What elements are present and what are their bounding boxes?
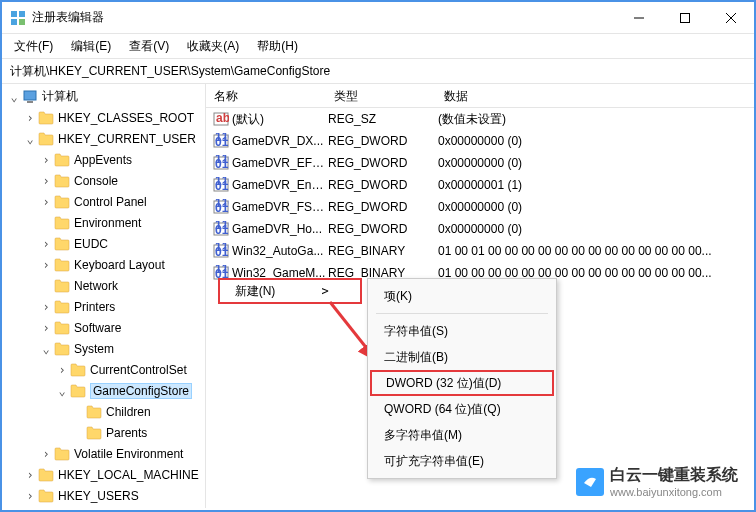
column-type[interactable]: 类型 (326, 84, 436, 107)
tree-item[interactable]: Parents (2, 422, 205, 443)
expand-icon[interactable]: › (38, 300, 54, 314)
folder-icon (38, 132, 54, 146)
expand-icon[interactable]: › (38, 195, 54, 209)
tree-label: HKEY_CLASSES_ROOT (58, 111, 194, 125)
expand-icon[interactable]: › (38, 447, 54, 461)
list-row[interactable]: GameDVR_Ena...REG_DWORD0x00000001 (1) (206, 174, 754, 196)
tree-item[interactable]: ⌄HKEY_CURRENT_USER (2, 128, 205, 149)
menu-help[interactable]: 帮助(H) (249, 36, 306, 57)
value-icon (212, 155, 230, 171)
expand-icon[interactable]: › (54, 363, 70, 377)
folder-icon (70, 384, 86, 398)
menu-view[interactable]: 查看(V) (121, 36, 177, 57)
expand-icon[interactable]: › (38, 321, 54, 335)
tree-item[interactable]: ›Printers (2, 296, 205, 317)
column-data[interactable]: 数据 (436, 84, 754, 107)
folder-icon (54, 153, 70, 167)
watermark-logo-icon (576, 468, 604, 496)
expand-icon[interactable]: › (22, 111, 38, 125)
tree-label: HKEY_USERS (58, 489, 139, 503)
expand-icon[interactable]: ⌄ (38, 342, 54, 356)
submenu-binary[interactable]: 二进制值(B) (368, 344, 556, 370)
value-name: Win32_AutoGa... (232, 244, 328, 258)
tree-item[interactable]: ›Keyboard Layout (2, 254, 205, 275)
submenu-key[interactable]: 项(K) (368, 283, 556, 309)
value-name: (默认) (232, 111, 328, 128)
value-name: GameDVR_FSE... (232, 200, 328, 214)
tree-item[interactable]: ›HKEY_LOCAL_MACHINE (2, 464, 205, 485)
folder-icon (54, 342, 70, 356)
tree-item[interactable]: ›Software (2, 317, 205, 338)
value-type: REG_DWORD (328, 200, 438, 214)
expand-icon[interactable]: › (22, 489, 38, 503)
tree-item[interactable]: ›Control Panel (2, 191, 205, 212)
submenu-string[interactable]: 字符串值(S) (368, 318, 556, 344)
watermark-title: 白云一键重装系统 (610, 465, 738, 486)
tree-item[interactable]: ›HKEY_USERS (2, 485, 205, 506)
menu-file[interactable]: 文件(F) (6, 36, 61, 57)
value-icon (212, 221, 230, 237)
submenu-dword32[interactable]: DWORD (32 位)值(D) (370, 370, 554, 396)
folder-icon (86, 405, 102, 419)
list-row[interactable]: (默认)REG_SZ(数值未设置) (206, 108, 754, 130)
tree-item[interactable]: ⌄GameConfigStore (2, 380, 205, 401)
tree-item[interactable]: Children (2, 401, 205, 422)
tree-item[interactable]: ›HKEY_CURRENT_CONFIG (2, 506, 205, 508)
submenu-multistring[interactable]: 多字符串值(M) (368, 422, 556, 448)
titlebar: 注册表编辑器 (2, 2, 754, 34)
list-row[interactable]: Win32_AutoGa...REG_BINARY01 00 01 00 00 … (206, 240, 754, 262)
folder-icon (86, 426, 102, 440)
tree-label: Printers (74, 300, 115, 314)
close-button[interactable] (708, 2, 754, 34)
folder-icon (38, 111, 54, 125)
folder-icon (70, 363, 86, 377)
expand-icon[interactable]: › (38, 153, 54, 167)
tree-item[interactable]: ›CurrentControlSet (2, 359, 205, 380)
list-row[interactable]: GameDVR_EFS...REG_DWORD0x00000000 (0) (206, 152, 754, 174)
list-row[interactable]: GameDVR_Ho...REG_DWORD0x00000000 (0) (206, 218, 754, 240)
tree-item[interactable]: ›Volatile Environment (2, 443, 205, 464)
expand-icon[interactable]: ⌄ (22, 132, 38, 146)
tree-item[interactable]: Environment (2, 212, 205, 233)
minimize-icon (634, 13, 644, 23)
minimize-button[interactable] (616, 2, 662, 34)
value-type: REG_BINARY (328, 244, 438, 258)
expand-icon[interactable]: › (38, 258, 54, 272)
tree-item[interactable]: Network (2, 275, 205, 296)
address-input[interactable] (8, 62, 748, 80)
menu-new-label: 新建(N) (220, 283, 290, 300)
close-icon (726, 13, 736, 23)
tree-item[interactable]: ›AppEvents (2, 149, 205, 170)
tree-item[interactable]: ›HKEY_CLASSES_ROOT (2, 107, 205, 128)
tree-root[interactable]: ⌄ 计算机 (2, 86, 205, 107)
tree-label: Volatile Environment (74, 447, 183, 461)
expand-icon[interactable]: › (38, 237, 54, 251)
maximize-button[interactable] (662, 2, 708, 34)
value-icon (212, 133, 230, 149)
value-data: 01 00 01 00 00 00 00 00 00 00 00 00 00 0… (438, 244, 754, 258)
menu-separator (376, 313, 548, 314)
folder-icon (54, 300, 70, 314)
watermark-url: www.baiyunxitong.com (610, 486, 738, 498)
tree-item[interactable]: ›Console (2, 170, 205, 191)
value-name: GameDVR_Ho... (232, 222, 328, 236)
tree-item[interactable]: ⌄System (2, 338, 205, 359)
column-name[interactable]: 名称 (206, 84, 326, 107)
app-icon (10, 10, 26, 26)
expand-icon[interactable]: ⌄ (54, 384, 70, 398)
tree-label: Environment (74, 216, 141, 230)
list-row[interactable]: GameDVR_FSE...REG_DWORD0x00000000 (0) (206, 196, 754, 218)
expand-icon[interactable]: › (22, 468, 38, 482)
tree-view[interactable]: ⌄ 计算机 ›HKEY_CLASSES_ROOT⌄HKEY_CURRENT_US… (2, 84, 206, 508)
submenu-qword64[interactable]: QWORD (64 位)值(Q) (368, 396, 556, 422)
tree-label: Software (74, 321, 121, 335)
menu-edit[interactable]: 编辑(E) (63, 36, 119, 57)
expand-icon[interactable]: › (38, 174, 54, 188)
context-menu-new[interactable]: 新建(N) > (218, 278, 362, 304)
tree-item[interactable]: ›EUDC (2, 233, 205, 254)
menu-favorites[interactable]: 收藏夹(A) (179, 36, 247, 57)
expand-icon[interactable]: ⌄ (6, 90, 22, 104)
list-row[interactable]: GameDVR_DX...REG_DWORD0x00000000 (0) (206, 130, 754, 152)
value-data: 0x00000000 (0) (438, 200, 754, 214)
submenu-expandstring[interactable]: 可扩充字符串值(E) (368, 448, 556, 474)
